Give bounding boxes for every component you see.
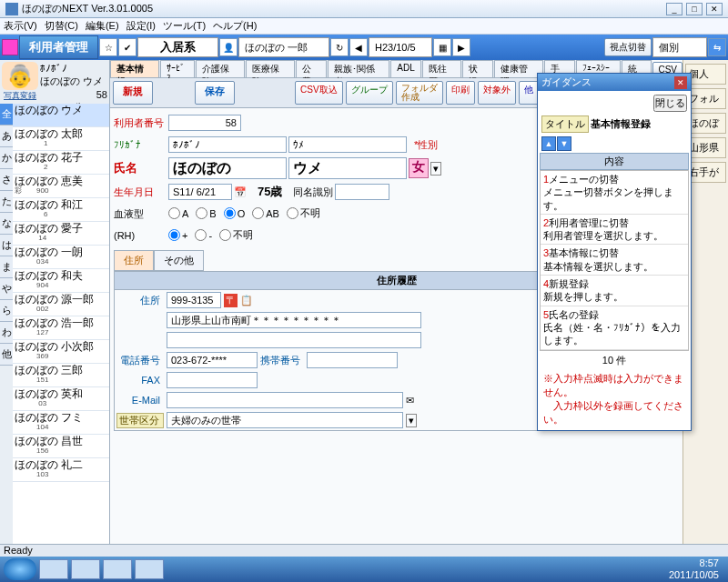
- tel-input[interactable]: [167, 352, 258, 368]
- index-tab[interactable]: ら: [0, 300, 13, 322]
- patient-row[interactable]: ほのぼの 礼二 103: [13, 458, 109, 482]
- id-input[interactable]: [168, 115, 241, 131]
- folder-button[interactable]: フォルダ 作成: [396, 81, 443, 105]
- section-tab[interactable]: 親族･関係者: [328, 60, 390, 77]
- zip-input[interactable]: [167, 292, 221, 308]
- blood-radio[interactable]: O: [224, 207, 246, 219]
- mei-input[interactable]: [288, 157, 407, 179]
- sex-dropdown-icon[interactable]: ▾: [430, 162, 441, 176]
- date-field[interactable]: H23/10/5: [369, 37, 432, 57]
- check-icon[interactable]: ✔: [118, 38, 136, 56]
- patient-row[interactable]: ほのぼの 昌世 156: [13, 435, 109, 458]
- next-icon[interactable]: ▶: [452, 38, 470, 56]
- view-switch-button[interactable]: 視点切替: [604, 38, 652, 56]
- start-button[interactable]: [4, 558, 36, 580]
- menu-item[interactable]: 編集(E): [86, 19, 119, 33]
- patient-row[interactable]: ほのぼの 三郎 151: [13, 364, 109, 387]
- exclude-button[interactable]: 対象外: [478, 81, 516, 105]
- blood-radio[interactable]: 不明: [287, 206, 320, 220]
- index-tab[interactable]: ま: [0, 256, 13, 278]
- other-button[interactable]: 他: [519, 81, 539, 105]
- sei-input[interactable]: [168, 157, 287, 179]
- index-tab[interactable]: さ: [0, 169, 13, 191]
- section-tab[interactable]: 基本情報: [110, 60, 159, 77]
- expand-icon[interactable]: ⇆: [708, 38, 726, 56]
- section-tab[interactable]: 状況: [462, 60, 493, 77]
- household-select[interactable]: [167, 412, 403, 428]
- menu-item[interactable]: ツール(T): [163, 19, 206, 33]
- patient-row[interactable]: ほのぼの 太郎 1: [13, 127, 109, 151]
- mobile-input[interactable]: [307, 352, 398, 368]
- patient-row[interactable]: ほのぼの 浩一郎 127: [13, 316, 109, 340]
- guidance-item[interactable]: 5氏名の登録氏名（姓・名・ﾌﾘｶﾞﾅ）を入力します。: [541, 306, 688, 350]
- guidance-item[interactable]: 1メニューの切替メニュー切替ボタンを押します。: [541, 171, 688, 215]
- taskbar-app-4[interactable]: [135, 559, 164, 579]
- photo-register-link[interactable]: 写真変録: [4, 90, 36, 102]
- guidance-down-icon[interactable]: ▼: [557, 136, 571, 151]
- subtab-address[interactable]: 住所: [114, 250, 154, 271]
- subtab-other[interactable]: その他: [154, 250, 204, 271]
- menu-item[interactable]: 設定(I): [126, 19, 156, 33]
- patient-row[interactable]: ほのぼの 小次郎 369: [13, 340, 109, 364]
- print-button[interactable]: 印刷: [446, 81, 475, 105]
- calendar-icon[interactable]: ▦: [433, 38, 451, 56]
- save-button[interactable]: 保存: [195, 81, 235, 105]
- furigana-mei-input[interactable]: [288, 136, 407, 153]
- email-icon[interactable]: ✉: [406, 395, 414, 406]
- addr-line2-input[interactable]: [167, 332, 421, 348]
- household-dropdown-icon[interactable]: ▾: [406, 414, 417, 427]
- index-tab[interactable]: は: [0, 235, 13, 256]
- mode-selector[interactable]: 入居系: [137, 37, 218, 57]
- rh-radio[interactable]: -: [195, 229, 212, 241]
- guidance-up-icon[interactable]: ▲: [541, 136, 556, 151]
- patient-row[interactable]: ほのぼの 愛子 14: [13, 222, 109, 246]
- menu-item[interactable]: ヘルプ(H): [213, 19, 257, 33]
- index-tab[interactable]: わ: [0, 322, 13, 344]
- addr-line1-input[interactable]: [167, 312, 421, 328]
- prev-icon[interactable]: ◀: [349, 38, 368, 56]
- patient-row[interactable]: ほのぼの フミ 104: [13, 411, 109, 435]
- index-tab[interactable]: あ: [0, 125, 13, 147]
- taskbar-app-2[interactable]: [71, 559, 100, 579]
- group-button[interactable]: グループ: [346, 81, 393, 105]
- section-tab[interactable]: 介護保険: [196, 60, 245, 77]
- taskbar-app-1[interactable]: [39, 559, 68, 579]
- guidance-close-button[interactable]: 閉じる: [653, 95, 687, 112]
- patient-row[interactable]: ほのぼの ウメ: [13, 104, 109, 127]
- index-tab[interactable]: や: [0, 278, 13, 300]
- section-tab[interactable]: 既往歴: [422, 60, 462, 77]
- guidance-item[interactable]: 4新規登録新規を押します。: [541, 276, 688, 306]
- section-tab[interactable]: ADL: [390, 60, 420, 77]
- birth-input[interactable]: [168, 184, 232, 200]
- email-input[interactable]: [167, 392, 403, 408]
- new-button[interactable]: 新規: [113, 81, 153, 105]
- fax-input[interactable]: [167, 372, 258, 388]
- patient-row[interactable]: ほのぼの 和夫 904: [13, 269, 109, 293]
- sex-button[interactable]: 女: [409, 158, 429, 178]
- csv-import-button[interactable]: CSV取込: [295, 81, 343, 105]
- blood-radio[interactable]: A: [168, 207, 188, 219]
- rh-radio[interactable]: +: [168, 229, 187, 241]
- index-tab[interactable]: 全: [0, 104, 13, 125]
- index-tab[interactable]: か: [0, 147, 13, 169]
- guidance-item[interactable]: 3基本情報に切替基本情報を選択します。: [541, 245, 688, 276]
- patient-row[interactable]: ほのぼの 英和 03: [13, 387, 109, 411]
- section-tab[interactable]: 健康管理: [494, 60, 543, 77]
- index-tab[interactable]: な: [0, 213, 13, 235]
- calendar-picker-icon[interactable]: 📅: [234, 186, 247, 198]
- patient-row[interactable]: ほのぼの 恵美彩 900: [13, 175, 109, 198]
- patient-row[interactable]: ほのぼの 源一郎 002: [13, 293, 109, 316]
- minimize-button[interactable]: _: [666, 3, 682, 15]
- section-tab[interactable]: 公費: [296, 60, 327, 77]
- patient-row[interactable]: ほのぼの 一朗 034: [13, 246, 109, 269]
- furigana-sei-input[interactable]: [168, 136, 287, 153]
- refresh-icon[interactable]: ↻: [330, 38, 349, 56]
- zip-help-icon[interactable]: 📋: [240, 295, 253, 306]
- patient-row[interactable]: ほのぼの 花子 2: [13, 151, 109, 175]
- section-tab[interactable]: ｻｰﾋﾞｽ: [160, 60, 196, 77]
- blood-radio[interactable]: AB: [252, 207, 279, 219]
- rh-radio[interactable]: 不明: [219, 228, 253, 242]
- patient-list[interactable]: ほのぼの ウメほのぼの 太郎 1ほのぼの 花子 2ほのぼの 恵美彩 900ほのぼ…: [13, 104, 109, 557]
- level-selector[interactable]: 個別: [652, 37, 707, 57]
- patient-row[interactable]: ほのぼの 和江 6: [13, 198, 109, 222]
